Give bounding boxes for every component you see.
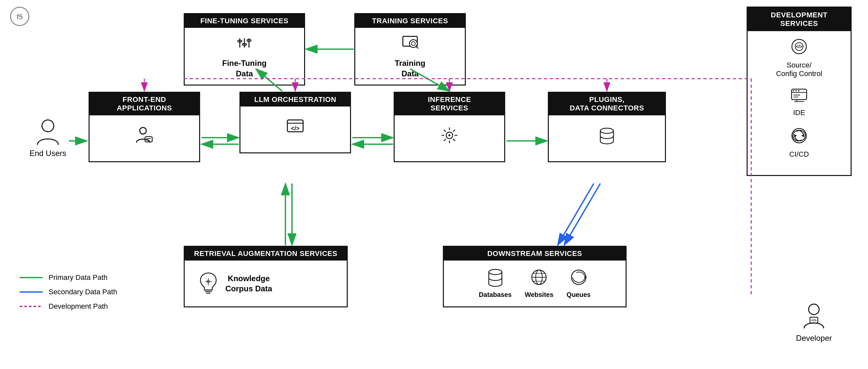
svg-text:</>: </> <box>811 318 816 322</box>
training-header: TRAINING SERVICES <box>355 14 465 28</box>
websites-item: Websites <box>525 268 553 299</box>
dev-services-panel: DEVELOPMENTSERVICES </> Source/Config Co… <box>747 6 851 176</box>
frontend-header: FRONT-ENDAPPLICATIONS <box>90 93 199 115</box>
retrieval-content: KnowledgeCorpus Data <box>185 261 347 306</box>
svg-point-51 <box>798 90 800 92</box>
svg-text:</>: </> <box>291 125 300 132</box>
svg-point-12 <box>140 128 146 134</box>
llm-orch-content: </> <box>241 106 350 153</box>
downstream-box: DOWNSTREAM SERVICES Databases <box>443 246 626 307</box>
ide-item: IDE <box>751 88 847 117</box>
frontend-box: FRONT-ENDAPPLICATIONS <box>89 92 200 162</box>
svg-text:f5: f5 <box>17 13 23 21</box>
plugins-box: PLUGINS,DATA CONNECTORS <box>548 92 666 162</box>
legend-primary: Primary Data Path <box>20 273 117 282</box>
websites-label: Websites <box>525 290 553 299</box>
training-content: TrainingData <box>355 28 465 84</box>
downstream-content: Databases Websites <box>444 261 626 306</box>
inference-header: INFERENCESERVICES <box>395 93 504 115</box>
source-config-icon: </> <box>790 38 808 59</box>
svg-line-82 <box>564 183 600 245</box>
llm-orch-box: LLM ORCHESTRATION </> <box>240 92 351 154</box>
retrieval-label: KnowledgeCorpus Data <box>225 273 272 294</box>
developer-label: Developer <box>796 334 832 343</box>
cicd-icon <box>790 127 808 148</box>
plugins-header: PLUGINS,DATA CONNECTORS <box>549 93 665 115</box>
ide-icon <box>790 88 808 106</box>
downstream-header: DOWNSTREAM SERVICES <box>444 247 626 261</box>
plugins-content <box>549 115 665 161</box>
svg-line-26 <box>453 139 455 141</box>
inference-icon <box>439 125 460 148</box>
legend-development: Development Path <box>20 302 117 311</box>
end-users: End Users <box>30 118 66 158</box>
fine-tuning-content: Fine-TuningData <box>185 28 304 84</box>
llm-orch-icon: </> <box>285 116 306 140</box>
queues-label: Queues <box>566 290 590 299</box>
svg-line-81 <box>558 183 594 245</box>
retrieval-icon <box>198 271 219 296</box>
svg-point-20 <box>448 134 451 136</box>
svg-point-60 <box>809 304 819 314</box>
fine-tuning-header: FINE-TUNING SERVICES <box>185 14 304 28</box>
llm-orch-header: LLM ORCHESTRATION <box>241 93 350 106</box>
inference-content <box>395 115 504 161</box>
svg-marker-57 <box>794 134 797 137</box>
source-config-item: </> Source/Config Control <box>751 38 847 78</box>
cicd-item: CI/CD <box>751 127 847 159</box>
developer: </> Developer <box>796 303 832 343</box>
training-box: TRAINING SERVICES TrainingData <box>354 13 466 86</box>
retrieval-header: RETRIEVAL AUGMENTATION SERVICES <box>185 247 347 261</box>
dev-services-header: DEVELOPMENTSERVICES <box>748 7 850 31</box>
fine-tuning-icon <box>235 34 254 55</box>
svg-line-28 <box>444 139 446 141</box>
retrieval-box: RETRIEVAL AUGMENTATION SERVICES Knowledg… <box>184 246 348 307</box>
queues-item: Queues <box>566 268 590 299</box>
dev-services-content: </> Source/Config Control <box>748 31 850 175</box>
plugins-icon <box>596 125 617 148</box>
svg-point-50 <box>796 90 797 92</box>
fine-tuning-label: Fine-TuningData <box>222 58 267 78</box>
training-icon <box>401 34 419 55</box>
diagram-container: f5 FINE-TUNING SERVICES Fine-TuningData … <box>0 0 868 369</box>
inference-box: INFERENCESERVICES <box>394 92 505 162</box>
svg-line-27 <box>453 130 455 132</box>
svg-point-49 <box>793 90 794 92</box>
svg-point-36 <box>489 269 502 275</box>
source-config-label: Source/Config Control <box>776 61 823 78</box>
ide-label: IDE <box>793 108 805 117</box>
cicd-label: CI/CD <box>789 150 809 159</box>
svg-point-59 <box>42 120 54 132</box>
svg-line-10 <box>416 46 418 48</box>
training-label: TrainingData <box>395 58 425 78</box>
fine-tuning-box: FINE-TUNING SERVICES Fine-TuningData <box>184 13 305 86</box>
svg-text:</>: </> <box>796 44 802 49</box>
svg-line-25 <box>444 130 446 132</box>
databases-label: Databases <box>479 290 512 299</box>
svg-marker-58 <box>801 134 804 137</box>
frontend-icon <box>134 125 155 148</box>
databases-item: Databases <box>479 268 512 299</box>
f5-logo: f5 <box>10 6 30 26</box>
legend: Primary Data Path Secondary Data Path De… <box>20 273 117 316</box>
frontend-content <box>90 115 199 161</box>
legend-secondary: Secondary Data Path <box>20 288 117 296</box>
svg-point-29 <box>600 128 614 133</box>
end-users-label: End Users <box>30 149 66 158</box>
